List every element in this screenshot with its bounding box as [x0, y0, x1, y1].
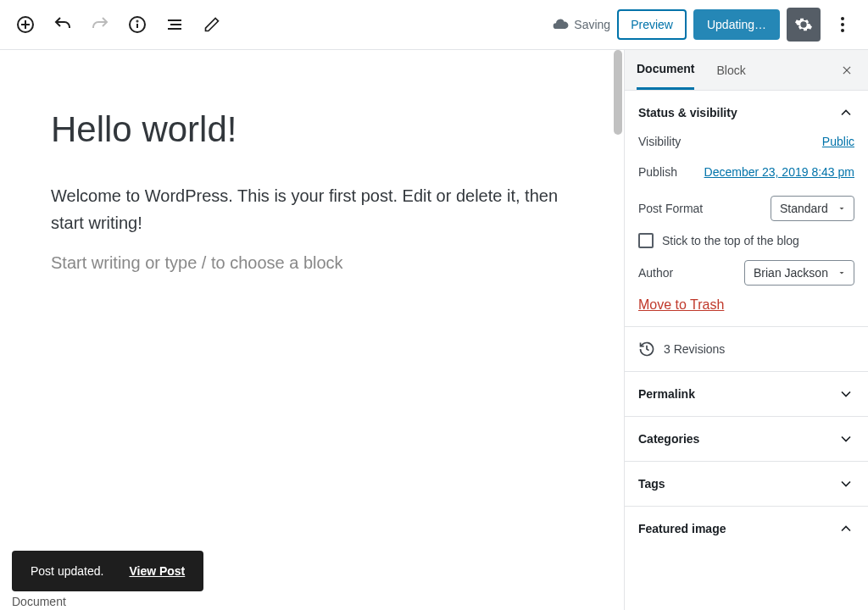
chevron-up-icon: [837, 520, 854, 537]
plus-circle-icon: [15, 14, 36, 35]
sticky-row[interactable]: Stick to the top of the blog: [638, 233, 854, 248]
undo-button[interactable]: [47, 9, 78, 40]
status-visibility-panel: Status & visibility Visibility Public Pu…: [625, 91, 868, 326]
status-content: Visibility Public Publish December 23, 2…: [625, 135, 868, 326]
visibility-label: Visibility: [638, 135, 681, 148]
featured-image-title: Featured image: [638, 522, 726, 535]
redo-button[interactable]: [85, 9, 115, 40]
saving-text: Saving: [574, 18, 610, 31]
outline-button[interactable]: [159, 9, 190, 40]
revisions-row[interactable]: 3 Revisions: [625, 327, 868, 371]
svg-point-11: [841, 29, 844, 32]
visibility-value[interactable]: Public: [822, 135, 854, 148]
redo-icon: [90, 14, 110, 35]
add-block-button[interactable]: [10, 9, 41, 40]
move-to-trash-link[interactable]: Move to Trash: [638, 297, 724, 312]
settings-sidebar: Document Block Status & visibility Visib…: [624, 50, 868, 610]
preview-button[interactable]: Preview: [617, 9, 687, 40]
settings-button[interactable]: [787, 8, 821, 42]
tags-title: Tags: [638, 477, 665, 491]
close-icon: [841, 64, 853, 76]
pencil-icon: [203, 16, 220, 33]
editor-scrollbar[interactable]: [612, 50, 624, 610]
snackbar-message: Post updated.: [31, 564, 103, 578]
revisions-panel: 3 Revisions: [625, 326, 868, 371]
editor-canvas[interactable]: Hello world! Welcome to WordPress. This …: [0, 50, 612, 610]
publish-value[interactable]: December 23, 2019 8:43 pm: [704, 165, 854, 179]
featured-image-panel: Featured image: [625, 506, 868, 551]
permalink-panel: Permalink: [625, 371, 868, 416]
footer-breadcrumb[interactable]: Document: [12, 595, 66, 608]
snackbar-action-link[interactable]: View Post: [129, 564, 185, 578]
visibility-row: Visibility Public: [638, 135, 854, 148]
status-visibility-header[interactable]: Status & visibility: [625, 91, 868, 135]
main-area: Hello world! Welcome to WordPress. This …: [0, 50, 868, 610]
svg-point-9: [841, 17, 844, 20]
post-title[interactable]: Hello world!: [51, 109, 561, 150]
tags-panel: Tags: [625, 461, 868, 506]
toolbar-left: [10, 9, 227, 40]
publish-row: Publish December 23, 2019 8:43 pm: [638, 165, 854, 179]
saving-indicator: Saving: [552, 16, 610, 33]
author-label: Author: [638, 266, 673, 280]
trash-row: Move to Trash: [638, 297, 854, 313]
author-select[interactable]: Brian Jackson: [744, 260, 854, 286]
edit-button[interactable]: [197, 9, 227, 40]
tab-document[interactable]: Document: [637, 50, 694, 90]
gear-icon: [794, 15, 813, 34]
svg-point-5: [137, 21, 138, 22]
categories-panel: Categories: [625, 416, 868, 461]
svg-point-10: [841, 23, 844, 26]
cloud-icon: [552, 16, 569, 33]
featured-image-header[interactable]: Featured image: [625, 507, 868, 551]
block-placeholder[interactable]: Start writing or type / to choose a bloc…: [51, 253, 561, 273]
sidebar-close-button[interactable]: [837, 61, 856, 80]
publish-button[interactable]: Updating…: [693, 9, 780, 40]
chevron-down-icon: [837, 475, 854, 492]
sticky-checkbox[interactable]: [638, 233, 654, 248]
post-format-select[interactable]: Standard: [771, 196, 854, 221]
post-format-label: Post Format: [638, 202, 703, 215]
author-row: Author Brian Jackson: [638, 260, 854, 286]
permalink-title: Permalink: [638, 387, 695, 401]
snackbar: Post updated. View Post: [12, 551, 203, 591]
sidebar-body: Status & visibility Visibility Public Pu…: [625, 91, 868, 610]
chevron-up-icon: [837, 104, 854, 121]
chevron-down-icon: [837, 385, 854, 402]
post-format-row: Post Format Standard: [638, 196, 854, 221]
revisions-text: 3 Revisions: [664, 342, 725, 356]
tab-block[interactable]: Block: [716, 52, 745, 89]
more-menu-button[interactable]: [827, 9, 858, 40]
undo-icon: [53, 14, 73, 35]
categories-header[interactable]: Categories: [625, 417, 868, 461]
more-vertical-icon: [832, 14, 853, 35]
tags-header[interactable]: Tags: [625, 462, 868, 506]
permalink-header[interactable]: Permalink: [625, 372, 868, 416]
info-icon: [127, 14, 147, 35]
sticky-label: Stick to the top of the blog: [662, 234, 799, 247]
scrollbar-thumb[interactable]: [614, 50, 622, 135]
history-icon: [638, 341, 655, 358]
info-button[interactable]: [122, 9, 153, 40]
categories-title: Categories: [638, 432, 699, 446]
post-paragraph[interactable]: Welcome to WordPress. This is your first…: [51, 182, 559, 236]
status-title: Status & visibility: [638, 106, 737, 119]
toolbar-right: Saving Preview Updating…: [552, 8, 858, 42]
sidebar-tabs: Document Block: [625, 50, 868, 91]
top-toolbar: Saving Preview Updating…: [0, 0, 868, 50]
list-icon: [164, 14, 185, 35]
chevron-down-icon: [837, 430, 854, 447]
publish-label: Publish: [638, 165, 677, 179]
